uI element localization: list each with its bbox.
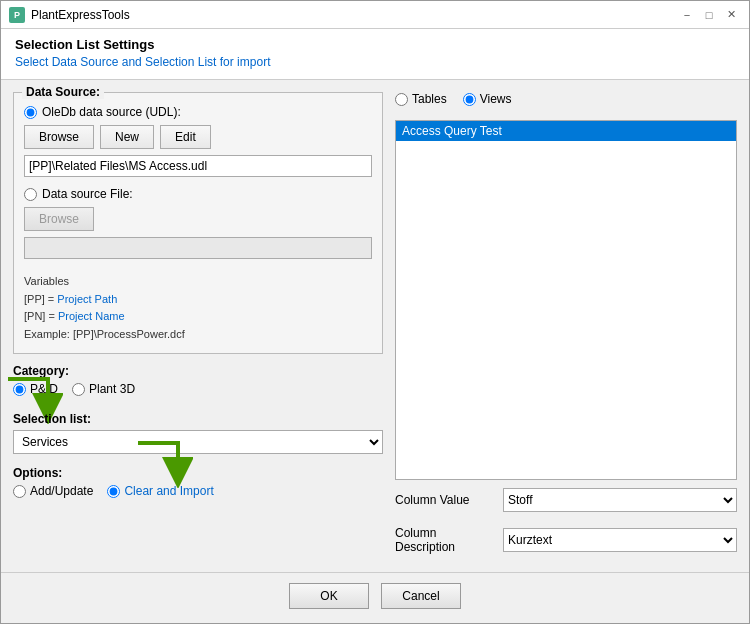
main-content: Data Source: OleDb data source (UDL): Br… xyxy=(1,80,749,572)
add-update-label: Add/Update xyxy=(30,484,93,498)
oledb-radio[interactable] xyxy=(24,106,37,119)
var3: Example: [PP]\ProcessPower.dcf xyxy=(24,326,372,344)
datasource-file-label: Data source File: xyxy=(42,187,133,201)
maximize-button[interactable]: □ xyxy=(699,5,719,25)
tables-label: Tables xyxy=(412,92,447,106)
variables-section: Variables [PP] = Project Path [PN] = Pro… xyxy=(24,273,372,343)
view-tabs: Tables Views xyxy=(395,92,737,106)
oledb-radio-row: OleDb data source (UDL): xyxy=(24,105,372,119)
arrow-selection xyxy=(133,438,193,488)
var1-val: Project Path xyxy=(57,293,117,305)
plant3d-radio[interactable] xyxy=(72,383,85,396)
header-section: Selection List Settings Select Data Sour… xyxy=(1,29,749,80)
list-box[interactable]: Access Query Test xyxy=(395,120,737,480)
data-source-label: Data Source: xyxy=(22,85,104,99)
views-radio[interactable] xyxy=(463,93,476,106)
browse-disabled-button[interactable]: Browse xyxy=(24,207,94,231)
data-source-group: Data Source: OleDb data source (UDL): Br… xyxy=(13,92,383,354)
selection-list-section: Selection list: Services Option 2 Option… xyxy=(13,412,383,454)
column-value-select[interactable]: Stoff xyxy=(503,488,737,512)
views-label: Views xyxy=(480,92,512,106)
right-panel: Tables Views Access Query Test Column Va… xyxy=(395,92,737,560)
column-description-label: Column Description xyxy=(395,526,495,554)
datasource-file-path[interactable] xyxy=(24,237,372,259)
category-radios: P&ID Plant 3D xyxy=(13,382,383,396)
tables-option: Tables xyxy=(395,92,447,106)
header-subtitle: Select Data Source and Selection List fo… xyxy=(15,55,735,69)
selection-list-label: Selection list: xyxy=(13,412,383,426)
new-button[interactable]: New xyxy=(100,125,154,149)
datasource-file-radio[interactable] xyxy=(24,188,37,201)
oledb-label: OleDb data source (UDL): xyxy=(42,105,181,119)
clear-import-radio[interactable] xyxy=(107,485,120,498)
options-title: Options: xyxy=(13,466,383,480)
plant3d-label: Plant 3D xyxy=(89,382,135,396)
browse-disabled-container: Browse xyxy=(24,207,372,231)
main-window: P PlantExpressTools − □ ✕ Selection List… xyxy=(0,0,750,624)
footer: OK Cancel xyxy=(1,572,749,623)
titlebar: P PlantExpressTools − □ ✕ xyxy=(1,1,749,29)
add-update-radio[interactable] xyxy=(13,485,26,498)
options-radios: Add/Update Clear and Import xyxy=(13,484,383,498)
app-icon: P xyxy=(9,7,25,23)
add-update-option: Add/Update xyxy=(13,484,93,498)
titlebar-buttons: − □ ✕ xyxy=(677,5,741,25)
close-button[interactable]: ✕ xyxy=(721,5,741,25)
browse-button[interactable]: Browse xyxy=(24,125,94,149)
column-value-row: Column Value Stoff xyxy=(395,488,737,512)
var1-key: [PP] = xyxy=(24,293,57,305)
titlebar-left: P PlantExpressTools xyxy=(9,7,130,23)
var1: [PP] = Project Path xyxy=(24,291,372,309)
header-title: Selection List Settings xyxy=(15,37,735,52)
titlebar-title: PlantExpressTools xyxy=(31,8,130,22)
var2: [PN] = Project Name xyxy=(24,308,372,326)
views-option: Views xyxy=(463,92,512,106)
plant3d-option: Plant 3D xyxy=(72,382,135,396)
left-panel: Data Source: OleDb data source (UDL): Br… xyxy=(13,92,383,560)
path-input[interactable] xyxy=(24,155,372,177)
group-content: OleDb data source (UDL): Browse New Edit… xyxy=(24,105,372,343)
cancel-button[interactable]: Cancel xyxy=(381,583,461,609)
minimize-button[interactable]: − xyxy=(677,5,697,25)
tables-radio[interactable] xyxy=(395,93,408,106)
datasource-file-row: Data source File: xyxy=(24,187,372,201)
var2-val: Project Name xyxy=(58,310,125,322)
ok-button[interactable]: OK xyxy=(289,583,369,609)
datasource-buttons: Browse New Edit xyxy=(24,125,372,149)
edit-button[interactable]: Edit xyxy=(160,125,211,149)
column-value-label: Column Value xyxy=(395,493,495,507)
options-section: Options: Add/Update Clear and Import xyxy=(13,466,383,506)
selection-list-dropdown[interactable]: Services Option 2 Option 3 xyxy=(13,430,383,454)
var2-key: [PN] = xyxy=(24,310,58,322)
column-description-select[interactable]: Kurztext xyxy=(503,528,737,552)
category-section: Category: P&ID Plant 3D xyxy=(13,364,383,404)
list-item[interactable]: Access Query Test xyxy=(396,121,736,141)
category-title: Category: xyxy=(13,364,383,378)
variables-title: Variables xyxy=(24,273,372,291)
column-description-row: Column Description Kurztext xyxy=(395,526,737,554)
